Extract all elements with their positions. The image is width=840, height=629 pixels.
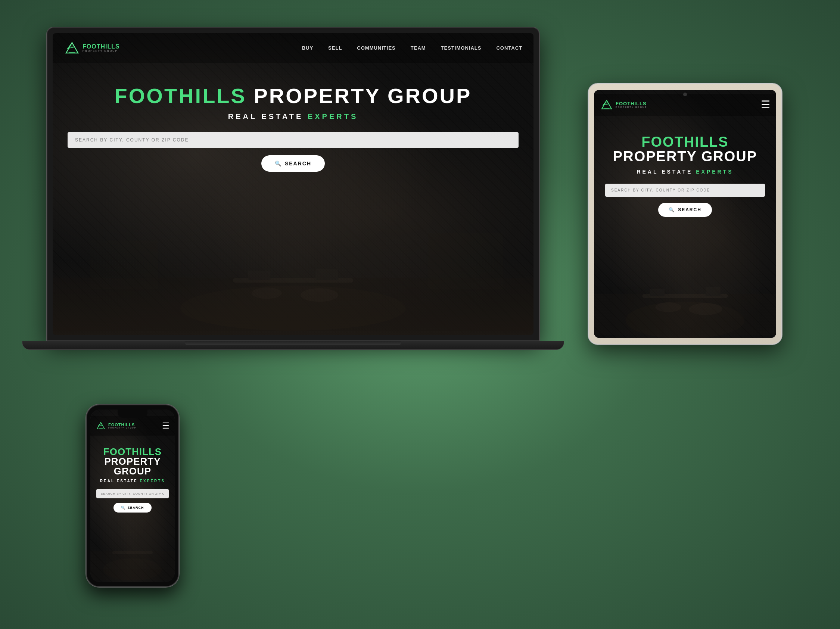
laptop-screen: FOOTHILLS PROPERTY GROUP BUY SELL COMMUN… bbox=[53, 33, 534, 335]
tablet-site-content: FOOTHILLS PROPERTY GROUP ☰ FOOTHILLS PRO… bbox=[594, 90, 776, 338]
nav-link-team[interactable]: TEAM bbox=[411, 45, 426, 51]
svg-marker-14 bbox=[98, 422, 102, 426]
phone-logo-property: PROPERTY GROUP bbox=[108, 427, 136, 429]
tablet-logo: FOOTHILLS PROPERTY GROUP bbox=[600, 100, 647, 110]
tablet-logo-property: PROPERTY GROUP bbox=[616, 106, 647, 108]
svg-marker-1 bbox=[68, 43, 74, 49]
tablet-body: FOOTHILLS PROPERTY GROUP ☰ FOOTHILLS PRO… bbox=[588, 83, 782, 345]
laptop-logo-text: FOOTHILLS PROPERTY GROUP bbox=[82, 44, 120, 52]
svg-rect-18 bbox=[112, 551, 153, 554]
tablet-hero-title2: PROPERTY GROUP bbox=[605, 149, 765, 165]
phone-hamburger-icon[interactable]: ☰ bbox=[162, 421, 169, 431]
svg-rect-11 bbox=[90, 240, 158, 289]
svg-marker-20 bbox=[603, 100, 608, 105]
phone-hero-title2: PROPERTY GROUP bbox=[96, 457, 169, 476]
svg-rect-8 bbox=[316, 269, 338, 280]
phone-device: FOOTHILLS PROPERTY GROUP ☰ FOOTHILLS PRO… bbox=[86, 404, 179, 587]
laptop-logo-property: PROPERTY GROUP bbox=[82, 50, 120, 52]
laptop-hero-title1: FOOTHILLS PROPERTY GROUP bbox=[68, 85, 519, 106]
tablet-hero-subtitle: REAL ESTATE EXPERTS bbox=[605, 169, 765, 175]
phone-hero-title1: FOOTHILLS bbox=[96, 447, 169, 457]
laptop-logo-mountain-icon bbox=[64, 42, 80, 55]
laptop-logo: FOOTHILLS PROPERTY GROUP bbox=[64, 42, 120, 55]
phone-logo-foothills: FOOTHILLS bbox=[108, 423, 136, 427]
laptop-hero-subtitle: REAL ESTATE EXPERTS bbox=[68, 112, 519, 121]
svg-rect-25 bbox=[650, 288, 665, 296]
svg-rect-12 bbox=[428, 233, 503, 289]
tablet-search-icon: 🔍 bbox=[669, 207, 675, 213]
laptop-site-content: FOOTHILLS PROPERTY GROUP BUY SELL COMMUN… bbox=[53, 33, 534, 335]
tablet-logo-mountain-icon bbox=[600, 100, 613, 110]
phone-screen: FOOTHILLS PROPERTY GROUP ☰ FOOTHILLS PRO… bbox=[90, 410, 175, 582]
svg-point-27 bbox=[655, 303, 681, 312]
svg-rect-7 bbox=[248, 271, 270, 280]
tablet-device: FOOTHILLS PROPERTY GROUP ☰ FOOTHILLS PRO… bbox=[588, 83, 782, 345]
tablet-logo-text: FOOTHILLS PROPERTY GROUP bbox=[616, 101, 647, 108]
tablet-search-input[interactable] bbox=[605, 184, 765, 197]
laptop-room-art bbox=[53, 199, 534, 335]
laptop-hero: FOOTHILLS PROPERTY GROUP REAL ESTATE EXP… bbox=[53, 63, 534, 183]
tablet-hamburger-icon[interactable]: ☰ bbox=[761, 99, 770, 111]
phone-logo-text: FOOTHILLS PROPERTY GROUP bbox=[108, 423, 136, 429]
tablet-search-button[interactable]: 🔍 SEARCH bbox=[658, 203, 712, 217]
tablet-camera bbox=[683, 93, 687, 96]
tablet-room-art bbox=[594, 243, 776, 337]
phone-logo-mountain-icon bbox=[96, 422, 106, 430]
phone-search-input[interactable] bbox=[96, 489, 169, 498]
phone-site-content: FOOTHILLS PROPERTY GROUP ☰ FOOTHILLS PRO… bbox=[90, 410, 175, 582]
phone-body: FOOTHILLS PROPERTY GROUP ☰ FOOTHILLS PRO… bbox=[86, 404, 179, 587]
phone-notch bbox=[118, 410, 147, 418]
scene: FOOTHILLS PROPERTY GROUP BUY SELL COMMUN… bbox=[28, 16, 812, 613]
nav-link-communities[interactable]: COMMUNITIES bbox=[357, 45, 395, 51]
nav-link-contact[interactable]: CONTACT bbox=[496, 45, 522, 51]
tablet-hero: FOOTHILLS PROPERTY GROUP REAL ESTATE EXP… bbox=[594, 116, 776, 226]
laptop-nav-links: BUY SELL COMMUNITIES TEAM TESTIMONIALS C… bbox=[302, 45, 522, 51]
laptop-logo-foothills: FOOTHILLS bbox=[82, 44, 120, 50]
laptop-subtitle-white: REAL ESTATE bbox=[228, 112, 303, 121]
nav-link-testimonials[interactable]: TESTIMONIALS bbox=[441, 45, 482, 51]
svg-rect-26 bbox=[706, 287, 720, 296]
svg-point-10 bbox=[300, 288, 338, 302]
laptop-body: FOOTHILLS PROPERTY GROUP BUY SELL COMMUN… bbox=[47, 27, 540, 341]
tablet-navbar: FOOTHILLS PROPERTY GROUP ☰ bbox=[594, 94, 776, 116]
nav-link-buy[interactable]: BUY bbox=[302, 45, 313, 51]
laptop-subtitle-green: EXPERTS bbox=[308, 112, 358, 121]
svg-point-28 bbox=[689, 303, 722, 315]
phone-hero: FOOTHILLS PROPERTY GROUP REAL ESTATE EXP… bbox=[90, 436, 175, 519]
phone-navbar: FOOTHILLS PROPERTY GROUP ☰ bbox=[90, 416, 175, 436]
phone-search-button[interactable]: 🔍 SEARCH bbox=[114, 503, 151, 512]
svg-point-23 bbox=[626, 302, 745, 337]
svg-point-9 bbox=[252, 287, 282, 299]
laptop-base bbox=[22, 341, 564, 350]
svg-point-5 bbox=[180, 285, 406, 331]
tablet-screen: FOOTHILLS PROPERTY GROUP ☰ FOOTHILLS PRO… bbox=[594, 90, 776, 338]
phone-logo: FOOTHILLS PROPERTY GROUP bbox=[96, 422, 136, 430]
phone-hero-subtitle: REAL ESTATE EXPERTS bbox=[96, 479, 169, 483]
nav-link-sell[interactable]: SELL bbox=[328, 45, 342, 51]
laptop-search-icon: 🔍 bbox=[275, 161, 282, 167]
laptop-search-input[interactable] bbox=[68, 132, 519, 148]
phone-room-art bbox=[90, 513, 175, 582]
laptop-search-button[interactable]: 🔍 SEARCH bbox=[261, 155, 325, 172]
tablet-hero-title1: FOOTHILLS bbox=[605, 135, 765, 149]
laptop-stand bbox=[185, 341, 401, 345]
tablet-logo-foothills: FOOTHILLS bbox=[616, 101, 647, 106]
laptop-navbar: FOOTHILLS PROPERTY GROUP BUY SELL COMMUN… bbox=[53, 33, 534, 63]
phone-search-icon: 🔍 bbox=[121, 506, 125, 509]
svg-point-17 bbox=[103, 558, 162, 580]
laptop-device: FOOTHILLS PROPERTY GROUP BUY SELL COMMUN… bbox=[47, 27, 540, 363]
